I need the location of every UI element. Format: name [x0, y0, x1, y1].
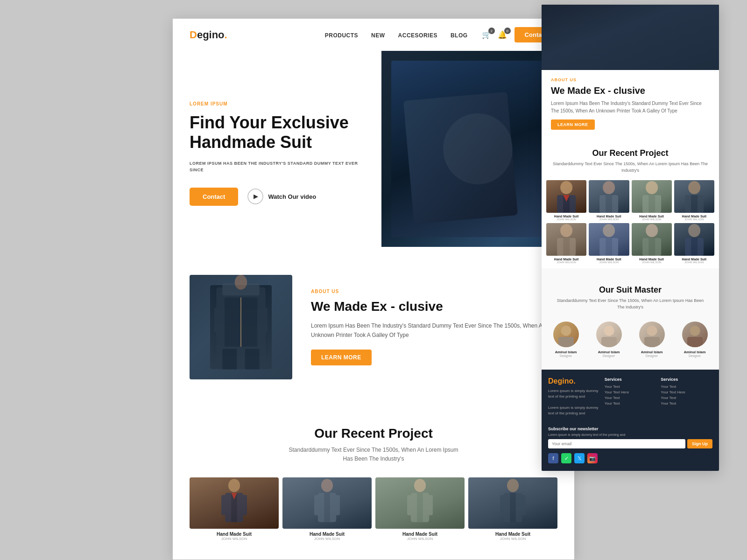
project-author-3: JOHN WILSON [375, 537, 465, 541]
footer-services-1: Services Your Text Your Text Here Your T… [605, 377, 656, 422]
footer-s2-title: Services [661, 377, 712, 382]
svg-point-62 [688, 224, 700, 237]
project-item-1[interactable]: Hand Made Suit JOHN WILSON [190, 477, 279, 541]
footer-s1-link-1[interactable]: Your Text [605, 385, 656, 389]
right-proj-6[interactable]: Hand Made Suit JOHN WILSON [589, 223, 629, 264]
svg-rect-35 [598, 30, 611, 58]
footer-s2-link-1[interactable]: Your Text [661, 385, 712, 389]
right-proj-7[interactable]: Hand Made Suit JOHN WILSON [632, 223, 672, 264]
nav-link-products[interactable]: PRODUCTS [325, 32, 358, 39]
hero-title: Find Your Exclusive Handmade Suit [190, 113, 365, 152]
newsletter-input[interactable] [548, 439, 685, 448]
footer: Degino. Lorem ipsum is simply dummy text… [542, 370, 719, 471]
video-label: Watch Our video [268, 193, 316, 200]
bell-badge: 0 [504, 28, 511, 34]
svg-point-20 [414, 479, 426, 492]
master-role-1: Designer [546, 354, 585, 357]
play-icon: ▶ [247, 189, 263, 204]
about-section: ABOUT US We Made Ex - clusive Lorem Ipsu… [173, 247, 574, 407]
footer-brand-col: Degino. Lorem ipsum is simply dummy text… [548, 377, 600, 422]
master-item-2[interactable]: Aminul Islam Designer [589, 322, 628, 357]
svg-rect-24 [426, 495, 433, 515]
right-proj-1[interactable]: Hand Made Suit JOHN WILSON [546, 180, 586, 221]
logo[interactable]: Degino. [190, 29, 227, 41]
project-img-2 [282, 477, 372, 529]
cart-badge: 2 [488, 28, 495, 34]
nav-item-products[interactable]: PRODUCTS [325, 31, 358, 39]
suit-master-section: Our Suit Master Standarddummy Text Ever … [542, 268, 719, 370]
right-proj-name-1: Hand Made Suit [546, 215, 586, 218]
right-about-label: ABOUT US [551, 77, 710, 82]
svg-rect-27 [510, 493, 516, 522]
learn-more-button[interactable]: LEARN MORE [311, 350, 372, 365]
newsletter-signup-button[interactable]: Sign Up [687, 439, 712, 448]
suit-master-grid: Aminul Islam Designer Aminul Islam Desig… [546, 317, 714, 362]
right-proj-name-6: Hand Made Suit [589, 258, 629, 261]
hero-video-button[interactable]: ▶ Watch Our video [247, 189, 316, 204]
master-role-2: Designer [589, 354, 628, 357]
right-proj-3[interactable]: Hand Made Suit JOHN WILSON [632, 180, 672, 221]
nav-item-new[interactable]: NEW [371, 31, 385, 39]
svg-rect-13 [240, 495, 247, 515]
right-proj-name-8: Hand Made Suit [674, 258, 714, 261]
svg-rect-7 [222, 349, 237, 369]
recent-projects-desc: Standarddummy Text Ever Since The 1500s,… [285, 446, 462, 463]
project-item-3[interactable]: Hand Made Suit JOHN WILSON [375, 477, 465, 541]
nav-link-accesories[interactable]: ACCESORIES [398, 32, 437, 39]
whatsapp-icon[interactable]: ✓ [561, 453, 571, 463]
right-proj-name-5: Hand Made Suit [546, 258, 586, 261]
right-proj-4[interactable]: Hand Made Suit JOHN WILSON [674, 180, 714, 221]
about-label: ABOUT US [311, 289, 557, 294]
nav-item-blog[interactable]: BLOG [451, 31, 468, 39]
right-proj-author-7: JOHN WILSON [632, 261, 672, 264]
about-description: Lorem Ipsum Has Been The Industry's Stan… [311, 321, 557, 340]
svg-rect-61 [648, 238, 655, 256]
master-item-3[interactable]: Aminul Islam Designer [632, 322, 671, 357]
right-proj-author-5: JOHN WILSON [546, 261, 586, 264]
footer-s2-link-3[interactable]: Your Text [661, 396, 712, 400]
svg-rect-34 [625, 25, 636, 63]
recent-projects-section: Our Recent Project Standarddummy Text Ev… [173, 407, 574, 560]
svg-point-25 [507, 479, 519, 492]
svg-marker-37 [625, 25, 636, 36]
right-proj-5[interactable]: Hand Made Suit JOHN WILSON [546, 223, 586, 264]
master-item-1[interactable]: Aminul Islam Designer [546, 322, 585, 357]
right-proj-2[interactable]: Hand Made Suit JOHN WILSON [589, 180, 629, 221]
footer-s1-link-2[interactable]: Your Text Here [605, 390, 656, 394]
project-img-1 [190, 477, 279, 529]
twitter-icon[interactable]: 𝕏 [574, 453, 585, 463]
footer-s2-link-4[interactable]: Your Text [661, 401, 712, 406]
svg-rect-68 [601, 337, 617, 347]
facebook-icon[interactable]: f [548, 453, 558, 463]
cart-icon[interactable]: 🛒 2 [482, 30, 491, 39]
right-recent-title: Our Recent Project [542, 139, 719, 161]
hero-contact-button[interactable]: Contact [190, 188, 238, 206]
instagram-icon[interactable]: 📷 [587, 453, 598, 463]
svg-rect-23 [407, 495, 414, 515]
footer-s1-link-4[interactable]: Your Text [605, 401, 656, 406]
hero-description: LOREM IPSUM HAS BEEN THE INDUSTRY'S STAN… [190, 160, 365, 174]
master-item-4[interactable]: Aminul Islam Designer [675, 322, 714, 357]
social-icons: f ✓ 𝕏 📷 [548, 453, 712, 463]
suit-detail-overlay [391, 61, 565, 237]
bell-icon[interactable]: 🔔 0 [498, 30, 507, 39]
footer-s2-link-2[interactable]: Your Text Here [661, 390, 712, 394]
right-proj-8[interactable]: Hand Made Suit JOHN WILSON [674, 223, 714, 264]
hero-actions: Contact ▶ Watch Our video [190, 188, 365, 206]
right-learn-more-button[interactable]: LEARN MORE [551, 119, 595, 130]
right-proj-img-5 [546, 223, 586, 256]
project-name-3: Hand Made Suit [375, 532, 465, 537]
footer-s1-link-3[interactable]: Your Text [605, 396, 656, 400]
svg-rect-30 [542, 5, 719, 70]
nav-link-new[interactable]: NEW [371, 32, 385, 39]
svg-rect-52 [691, 195, 698, 213]
project-item-2[interactable]: Hand Made Suit JOHN WILSON [282, 477, 372, 541]
project-item-4[interactable]: Hand Made Suit JOHN WILSON [468, 477, 557, 541]
right-proj-img-8 [674, 223, 714, 256]
nav-link-blog[interactable]: BLOG [451, 32, 468, 39]
recent-projects-title: Our Recent Project [190, 426, 557, 441]
nav-item-accesories[interactable]: ACCESORIES [398, 31, 437, 39]
about-title: We Made Ex - clusive [311, 299, 557, 315]
svg-point-50 [688, 181, 700, 194]
svg-point-40 [560, 181, 572, 194]
